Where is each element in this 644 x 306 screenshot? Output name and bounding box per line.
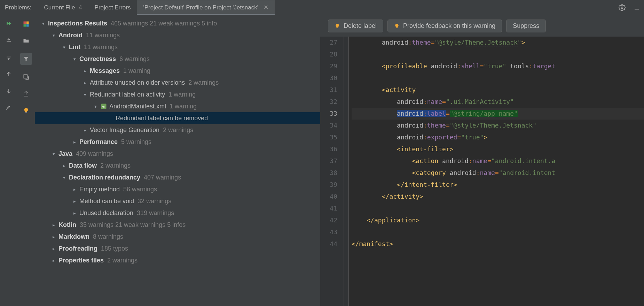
chevron-right-icon[interactable]: ▸ bbox=[71, 211, 78, 216]
chevron-down-icon[interactable]: ▾ bbox=[81, 92, 88, 97]
code-line[interactable]: android:name=".ui.MainActivity" bbox=[352, 96, 644, 108]
inspection-tree[interactable]: ▾ Inspections Results 465 warnings 21 we… bbox=[35, 15, 320, 306]
chevron-right-icon[interactable]: ▸ bbox=[81, 80, 88, 85]
code-line[interactable]: <intent-filter> bbox=[352, 143, 644, 155]
tree-row[interactable]: ▾Lint11 warnings bbox=[35, 41, 320, 53]
chevron-right-icon[interactable]: ▸ bbox=[61, 163, 68, 168]
group-by-severity-icon[interactable] bbox=[22, 20, 31, 29]
tree-row[interactable]: ▸Empty method56 warnings bbox=[35, 183, 320, 195]
chevron-right-icon[interactable]: ▸ bbox=[50, 234, 57, 239]
tree-row[interactable]: ▸Messages1 warning bbox=[35, 65, 320, 77]
code-line[interactable]: <activity bbox=[352, 84, 644, 96]
code-line[interactable]: android:theme="@style/Theme.Jetsnack"> bbox=[352, 37, 644, 48]
rerun-icon[interactable] bbox=[4, 20, 13, 29]
tree-root[interactable]: ▾ Inspections Results 465 warnings 21 we… bbox=[35, 17, 320, 29]
delete-label-button[interactable]: Delete label bbox=[328, 20, 383, 32]
chevron-down-icon[interactable]: ▾ bbox=[50, 151, 57, 156]
code-line[interactable] bbox=[352, 72, 644, 84]
chevron-down-icon[interactable]: ▾ bbox=[71, 56, 78, 62]
tree-row[interactable]: ▸Markdown8 warnings bbox=[35, 231, 320, 243]
code-line[interactable]: <category android:name="android.intent bbox=[352, 167, 644, 179]
tab-current-file[interactable]: Current File 4 bbox=[38, 1, 88, 15]
tree-row[interactable]: ▾Android11 warnings bbox=[35, 29, 320, 41]
chevron-down-icon[interactable]: ▾ bbox=[61, 175, 68, 180]
tab-inspection-profile[interactable]: 'Project Default' Profile on Project 'Je… bbox=[137, 0, 274, 15]
tree-row[interactable]: ▾Redundant label on activity1 warning bbox=[35, 89, 320, 100]
tree-row[interactable]: ▸Unused declaration319 warnings bbox=[35, 207, 320, 219]
tree-row[interactable]: ▾MFAndroidManifest.xml1 warning bbox=[35, 100, 320, 112]
svg-rect-7 bbox=[25, 112, 27, 113]
code-editor[interactable]: 272829303132333435363738394041424344 and… bbox=[320, 37, 644, 306]
tree-row[interactable]: ▸Data flow2 warnings bbox=[35, 160, 320, 171]
code-line[interactable]: <profileable android:shell="true" tools:… bbox=[352, 60, 644, 72]
next-icon[interactable] bbox=[4, 86, 13, 95]
tree-row[interactable]: ▸Properties files2 warnings bbox=[35, 254, 320, 266]
tree-label: Attribute unused on older versions bbox=[90, 79, 185, 86]
code-line[interactable]: </manifest> bbox=[352, 238, 644, 250]
tab-project-errors[interactable]: Project Errors bbox=[88, 1, 137, 15]
code-line[interactable] bbox=[352, 226, 644, 238]
minimize-icon[interactable] bbox=[633, 4, 641, 12]
chevron-right-icon[interactable]: ▸ bbox=[50, 246, 57, 251]
expand-all-icon[interactable] bbox=[4, 36, 13, 45]
chevron-right-icon[interactable]: ▸ bbox=[50, 258, 57, 263]
code-line[interactable]: </intent-filter> bbox=[352, 179, 644, 191]
tree-hint: 1 warning bbox=[170, 103, 197, 110]
chevron-down-icon[interactable]: ▾ bbox=[61, 45, 68, 50]
provide-feedback-button[interactable]: Provide feedback on this warning bbox=[387, 20, 502, 32]
line-number: 37 bbox=[320, 155, 337, 167]
chevron-right-icon[interactable]: ▸ bbox=[81, 128, 88, 133]
tree-label: Markdown bbox=[58, 233, 89, 240]
chevron-down-icon[interactable]: ▾ bbox=[40, 21, 47, 26]
tree-row[interactable]: ▸Vector Image Generation2 warnings bbox=[35, 124, 320, 136]
collapse-all-icon[interactable] bbox=[4, 53, 13, 62]
tree-hint: 409 warnings bbox=[76, 150, 113, 158]
autoscroll-icon[interactable] bbox=[22, 72, 31, 82]
close-icon[interactable]: ✕ bbox=[264, 4, 268, 11]
chevron-down-icon[interactable]: ▾ bbox=[92, 104, 99, 109]
export-icon[interactable] bbox=[22, 89, 31, 98]
tree-label: Performance bbox=[79, 138, 118, 146]
code-line[interactable]: </activity> bbox=[352, 191, 644, 202]
code-line[interactable]: android:label="@string/app_name" bbox=[352, 108, 644, 120]
settings-icon[interactable] bbox=[4, 103, 13, 112]
tree-row[interactable]: ▾Java409 warnings bbox=[35, 148, 320, 160]
chevron-right-icon[interactable]: ▸ bbox=[81, 68, 88, 74]
chevron-right-icon[interactable]: ▸ bbox=[71, 187, 78, 192]
gear-icon[interactable] bbox=[618, 4, 626, 12]
suppress-button[interactable]: Suppress bbox=[506, 20, 546, 32]
content: ▾ Inspections Results 465 warnings 21 we… bbox=[0, 15, 644, 306]
tree-row[interactable]: ▾Declaration redundancy407 warnings bbox=[35, 171, 320, 183]
quickfix-bar: Delete label Provide feedback on this wa… bbox=[320, 15, 644, 37]
tree-hint: 11 warnings bbox=[86, 32, 120, 39]
tree-label: Redundant label can be removed bbox=[116, 115, 208, 122]
prev-icon[interactable] bbox=[4, 70, 13, 79]
tree-row[interactable]: ▸Proofreading185 typos bbox=[35, 243, 320, 254]
button-label: Delete label bbox=[344, 22, 377, 30]
code-line[interactable] bbox=[352, 202, 644, 214]
code-line[interactable]: </application> bbox=[352, 214, 644, 226]
code-line[interactable]: android:exported="true"> bbox=[352, 131, 644, 143]
chevron-right-icon[interactable]: ▸ bbox=[50, 222, 57, 228]
tree-hint: 1 warning bbox=[123, 67, 150, 75]
filter-icon[interactable] bbox=[20, 53, 32, 65]
tree-row[interactable]: ▸Attribute unused on older versions2 war… bbox=[35, 77, 320, 89]
tree-hint: 407 warnings bbox=[144, 174, 181, 181]
chevron-right-icon[interactable]: ▸ bbox=[71, 139, 78, 145]
code-line[interactable]: android:theme="@style/Theme.Jetsnack" bbox=[352, 120, 644, 131]
group-by-directory-icon[interactable] bbox=[22, 36, 31, 45]
chevron-down-icon[interactable]: ▾ bbox=[50, 33, 57, 38]
intention-bulb-icon[interactable] bbox=[22, 106, 31, 115]
code-content[interactable]: android:theme="@style/Theme.Jetsnack"> <… bbox=[349, 37, 644, 306]
tree-row[interactable]: ▸Performance5 warnings bbox=[35, 136, 320, 148]
tree-hint: 2 warnings bbox=[188, 79, 219, 86]
tree-row[interactable]: ▾Correctness6 warnings bbox=[35, 53, 320, 65]
tree-row[interactable]: Redundant label can be removed bbox=[35, 112, 320, 124]
code-line[interactable]: <action android:name="android.intent.a bbox=[352, 155, 644, 167]
line-number: 43 bbox=[320, 226, 337, 238]
tree-label: Java bbox=[58, 150, 72, 158]
tree-row[interactable]: ▸Method can be void32 warnings bbox=[35, 195, 320, 207]
code-line[interactable] bbox=[352, 48, 644, 60]
chevron-right-icon[interactable]: ▸ bbox=[71, 199, 78, 204]
tree-row[interactable]: ▸Kotlin35 warnings 21 weak warnings 5 in… bbox=[35, 219, 320, 231]
